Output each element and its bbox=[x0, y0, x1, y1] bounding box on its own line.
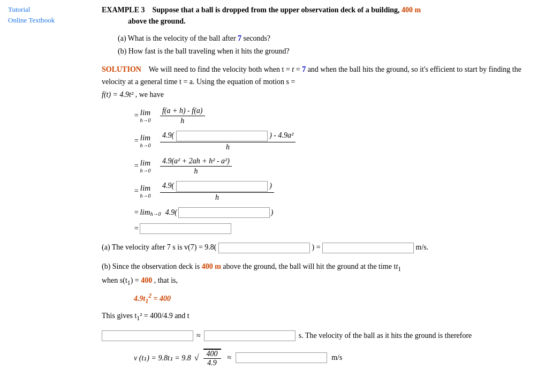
fraction-2: 4.9( ) - 4.9a² h bbox=[160, 131, 295, 152]
example-number: EXAMPLE 3 bbox=[102, 6, 145, 14]
part-a-section: (a) The velocity after 7 s is v(7) = 9.8… bbox=[102, 242, 527, 253]
textbook-link[interactable]: Online Textbook bbox=[8, 16, 88, 25]
lim-1: lim h→0 bbox=[140, 108, 150, 123]
input-part-a-1[interactable] bbox=[218, 243, 310, 253]
input-row5[interactable] bbox=[178, 207, 270, 218]
lim-5: lim h→0 bbox=[140, 208, 161, 217]
input-final-approx[interactable] bbox=[236, 352, 327, 363]
limit-row-6: = bbox=[134, 223, 527, 234]
limit-row-1: = lim h→0 f(a + h) - f(a) h bbox=[134, 107, 527, 125]
fraction-4: 4.9( ) h bbox=[160, 181, 274, 202]
main-content: EXAMPLE 3 Suppose that a ball is dropped… bbox=[96, 0, 538, 392]
lim-4: lim h→0 bbox=[140, 184, 150, 199]
fraction-1: f(a + h) - f(a) h bbox=[160, 107, 205, 125]
limit-row-3: = lim h→0 4.9(a² + 2ah + h² - a²) h bbox=[134, 157, 527, 176]
input-t1-sq[interactable] bbox=[102, 330, 193, 341]
v-line: v (t₁) = 9.8t₁ = 9.8 √ 400 4.9 ≈ m/s bbox=[134, 349, 527, 367]
orange-equation: 4.9t12 = 400 bbox=[134, 292, 527, 304]
lim-3: lim h→0 bbox=[140, 159, 150, 174]
input-t1-approx[interactable] bbox=[204, 330, 295, 341]
highlight-distance: 400 m bbox=[401, 6, 421, 14]
two-inputs-section: ≈ s. The velocity of the ball as it hits… bbox=[102, 330, 527, 341]
input-row4[interactable] bbox=[176, 181, 268, 192]
intro-end: above the ground. bbox=[128, 17, 185, 25]
sidebar: Tutorial Online Textbook bbox=[0, 0, 96, 392]
input-result[interactable] bbox=[140, 223, 231, 234]
fraction-3: 4.9(a² + 2ah + h² - a²) h bbox=[160, 157, 232, 176]
question-block: (a) What is the velocity of the ball aft… bbox=[118, 32, 527, 58]
tutorial-link[interactable]: Tutorial bbox=[8, 5, 88, 14]
limit-row-2: = lim h→0 4.9( ) - 4.9a² h bbox=[134, 131, 527, 152]
gives-line: This gives t1² = 400/4.9 and t bbox=[102, 309, 527, 324]
question-b: (b) How fast is the ball traveling when … bbox=[118, 45, 527, 58]
input-part-a-2[interactable] bbox=[322, 243, 414, 253]
part-b-section: (b) Since the observation deck is 400 m … bbox=[102, 261, 527, 288]
solution-block: SOLUTION We will need to find the veloci… bbox=[102, 63, 527, 101]
lim-2: lim h→0 bbox=[140, 133, 150, 148]
question-a: (a) What is the velocity of the ball aft… bbox=[118, 32, 527, 45]
limit-row-4: = lim h→0 4.9( ) h bbox=[134, 181, 527, 202]
sqrt-fraction: 400 4.9 bbox=[203, 349, 221, 367]
example-intro: Suppose that a ball is dropped from the … bbox=[153, 6, 400, 14]
example-title: EXAMPLE 3 Suppose that a ball is dropped… bbox=[102, 4, 527, 27]
limit-row-5: = lim h→0 4.9( ) bbox=[134, 207, 527, 218]
input-row2[interactable] bbox=[176, 131, 268, 141]
